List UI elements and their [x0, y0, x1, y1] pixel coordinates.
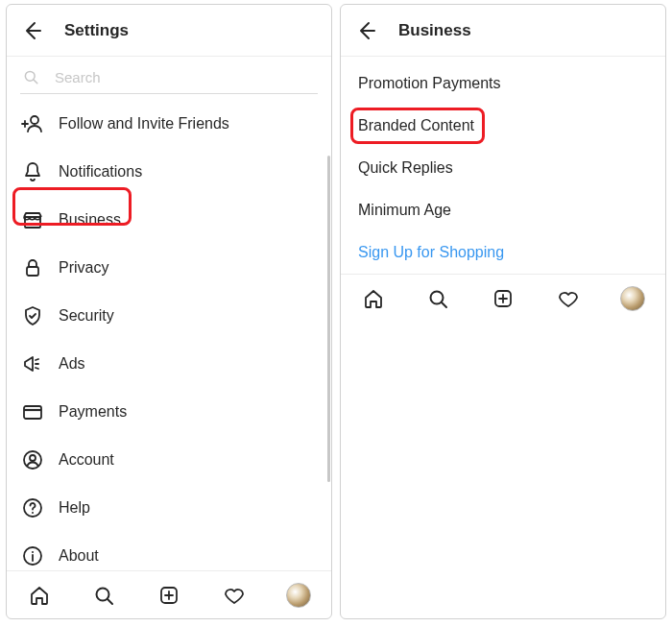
- menu-item-privacy[interactable]: Privacy: [7, 244, 331, 292]
- back-arrow-icon: [20, 19, 43, 42]
- search-icon: [92, 584, 115, 607]
- bottom-nav: [341, 274, 665, 322]
- menu-item-notifications[interactable]: Notifications: [7, 148, 331, 196]
- settings-screen: Settings Follow and Invite Friends Notif…: [6, 4, 332, 619]
- back-button[interactable]: [20, 19, 43, 42]
- menu-label: Help: [59, 498, 90, 518]
- menu-item-quick-replies[interactable]: Quick Replies: [341, 147, 665, 189]
- menu-label: Minimum Age: [358, 202, 451, 218]
- business-scroll: Promotion Payments Branded Content Quick…: [341, 57, 665, 618]
- search-icon: [22, 68, 39, 85]
- page-title: Settings: [64, 21, 129, 40]
- storefront-icon: [20, 207, 45, 232]
- add-square-icon: [492, 287, 515, 310]
- nav-search[interactable]: [425, 286, 450, 311]
- settings-menu: Follow and Invite Friends Notifications …: [7, 94, 331, 570]
- nav-profile[interactable]: [620, 286, 645, 311]
- menu-label: Sign Up for Shopping: [358, 244, 504, 260]
- settings-header: Settings: [7, 5, 331, 57]
- nav-activity[interactable]: [556, 286, 581, 311]
- menu-item-payments[interactable]: Payments: [7, 388, 331, 436]
- home-icon: [362, 287, 385, 310]
- menu-label: Privacy: [59, 258, 108, 277]
- menu-label: Promotion Payments: [358, 75, 501, 91]
- menu-item-help[interactable]: Help: [7, 484, 331, 532]
- nav-home[interactable]: [27, 583, 52, 608]
- menu-label: Notifications: [59, 162, 142, 181]
- home-icon: [28, 584, 51, 607]
- menu-item-sign-up-shopping[interactable]: Sign Up for Shopping: [341, 231, 665, 274]
- business-screen: Business Promotion Payments Branded Cont…: [340, 4, 666, 619]
- menu-item-ads[interactable]: Ads: [7, 340, 331, 388]
- menu-item-security[interactable]: Security: [7, 292, 331, 340]
- menu-label: Account: [59, 450, 114, 470]
- nav-activity[interactable]: [222, 583, 247, 608]
- menu-item-branded-content[interactable]: Branded Content: [341, 105, 665, 147]
- menu-label: Business: [59, 210, 121, 229]
- card-icon: [20, 399, 45, 424]
- info-circle-icon: [20, 543, 45, 568]
- person-circle-icon: [20, 447, 45, 472]
- add-square-icon: [157, 584, 180, 607]
- nav-search[interactable]: [91, 583, 116, 608]
- nav-add[interactable]: [491, 286, 516, 311]
- avatar-icon: [620, 286, 645, 311]
- menu-label: Payments: [59, 402, 127, 422]
- question-circle-icon: [20, 495, 45, 520]
- page-title: Business: [398, 21, 471, 40]
- back-arrow-icon: [354, 19, 377, 42]
- search-input[interactable]: [55, 69, 318, 85]
- menu-item-account[interactable]: Account: [7, 436, 331, 484]
- nav-profile[interactable]: [286, 583, 311, 608]
- megaphone-icon: [20, 351, 45, 376]
- heart-icon: [557, 287, 580, 310]
- menu-label: Security: [59, 306, 114, 326]
- menu-item-about[interactable]: About: [7, 532, 331, 570]
- search-icon: [426, 287, 449, 310]
- heart-icon: [223, 584, 246, 607]
- menu-item-invite[interactable]: Follow and Invite Friends: [7, 100, 331, 148]
- menu-label: Follow and Invite Friends: [59, 114, 229, 133]
- menu-label: Branded Content: [358, 117, 474, 133]
- add-user-icon: [20, 111, 45, 136]
- settings-scroll: Follow and Invite Friends Notifications …: [7, 94, 331, 570]
- menu-label: Quick Replies: [358, 159, 453, 176]
- search-wrap: [7, 57, 331, 94]
- lock-icon: [20, 255, 45, 280]
- back-button[interactable]: [354, 19, 377, 42]
- menu-label: Ads: [59, 354, 85, 374]
- menu-label: About: [59, 546, 99, 566]
- nav-add[interactable]: [156, 583, 181, 608]
- search-bar[interactable]: [20, 62, 318, 94]
- shield-icon: [20, 303, 45, 328]
- business-menu: Promotion Payments Branded Content Quick…: [341, 57, 665, 274]
- bell-icon: [20, 159, 45, 184]
- menu-item-promotion-payments[interactable]: Promotion Payments: [341, 62, 665, 105]
- menu-item-business[interactable]: Business: [7, 196, 331, 244]
- avatar-icon: [286, 583, 311, 608]
- menu-item-minimum-age[interactable]: Minimum Age: [341, 189, 665, 231]
- nav-home[interactable]: [361, 286, 386, 311]
- business-header: Business: [341, 5, 665, 57]
- bottom-nav: [7, 570, 331, 618]
